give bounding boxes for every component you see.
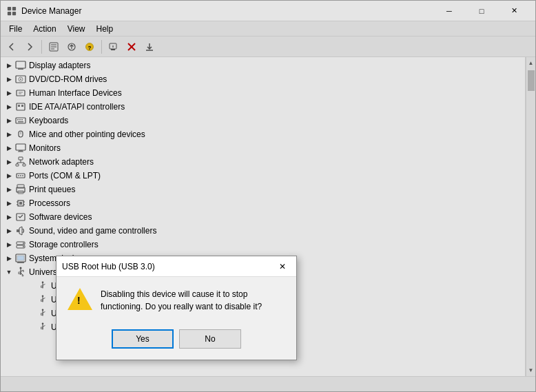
dialog-title: USB Root Hub (USB 3.0)	[62, 262, 274, 271]
dialog-message: Disabling this device will cause it to s…	[101, 288, 285, 313]
disable-device-dialog: USB Root Hub (USB 3.0) ✕ ! Disabling thi…	[56, 256, 297, 360]
device-manager-window: Device Manager ─ □ ✕ File Action View He…	[0, 0, 536, 392]
dialog-title-bar: USB Root Hub (USB 3.0) ✕	[56, 256, 296, 277]
dialog-body: ! Disabling this device will cause it to…	[56, 277, 296, 324]
warning-exclamation: !	[77, 295, 81, 306]
no-button[interactable]: No	[179, 329, 241, 349]
modal-overlay: USB Root Hub (USB 3.0) ✕ ! Disabling thi…	[1, 1, 535, 391]
dialog-close-button[interactable]: ✕	[274, 258, 291, 275]
dialog-buttons: Yes No	[56, 324, 296, 360]
yes-button[interactable]: Yes	[112, 329, 174, 349]
warning-icon: !	[68, 288, 92, 313]
